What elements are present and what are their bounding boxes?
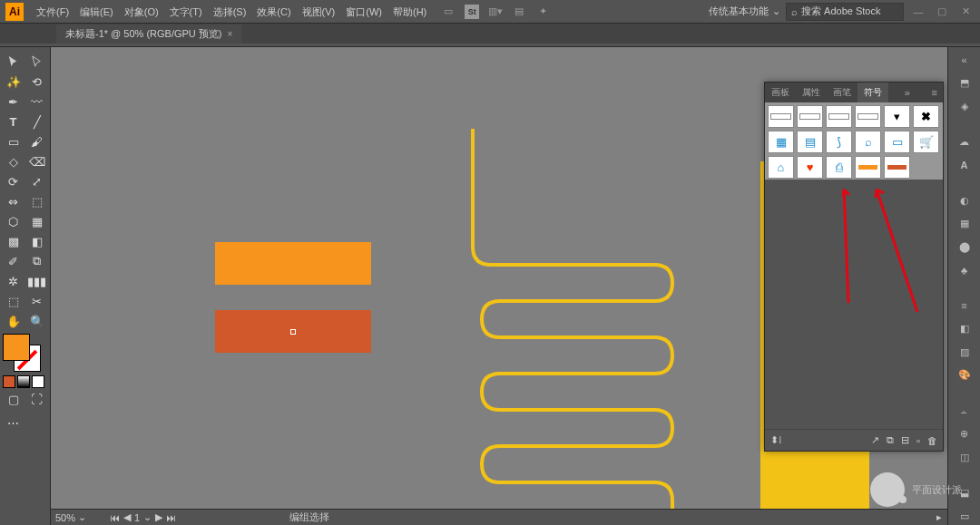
- rocket-icon[interactable]: ✦: [535, 5, 550, 19]
- lasso-tool[interactable]: ⟲: [26, 73, 48, 91]
- blend-tool[interactable]: ⧉: [26, 252, 48, 270]
- close-button[interactable]: ✕: [956, 5, 975, 18]
- color-mode-color[interactable]: [3, 375, 15, 388]
- maximize-button[interactable]: ▢: [933, 5, 951, 18]
- break-link-icon[interactable]: ⧉: [887, 434, 894, 446]
- document-tab[interactable]: 未标题-1* @ 50% (RGB/GPU 预览) ×: [56, 24, 241, 44]
- menu-edit[interactable]: 编辑(E): [74, 0, 119, 24]
- document-setup-icon[interactable]: ▤: [512, 5, 526, 19]
- last-artboard-icon[interactable]: ⏭: [166, 512, 176, 523]
- pathfinder-panel-icon[interactable]: ◫: [953, 449, 976, 467]
- gpu-icon[interactable]: ▭: [441, 5, 456, 19]
- fill-color[interactable]: [3, 334, 30, 361]
- panel-tab-artboards[interactable]: 画板: [765, 83, 796, 102]
- free-transform-tool[interactable]: ⬚: [26, 192, 48, 210]
- line-tool[interactable]: ╱: [26, 112, 48, 131]
- paintbrush-tool[interactable]: 🖌: [26, 132, 48, 151]
- menu-effect[interactable]: 效果(C): [251, 0, 296, 24]
- color-panel-icon[interactable]: 🎨: [953, 366, 976, 384]
- appearance-panel-icon[interactable]: ◐: [953, 191, 976, 209]
- workspace-switcher[interactable]: 传统基本功能⌄: [709, 5, 780, 18]
- gradient-tool[interactable]: ◧: [26, 232, 48, 250]
- eyedropper-tool[interactable]: ✐: [3, 252, 24, 270]
- pen-tool[interactable]: ✒: [3, 92, 24, 111]
- magic-wand-tool[interactable]: ✨: [3, 73, 24, 91]
- symbol-cart-icon[interactable]: 🛒: [913, 131, 939, 153]
- artboard-tool[interactable]: ⬚: [3, 292, 24, 310]
- libraries-panel-icon[interactable]: ☁: [953, 132, 976, 151]
- selection-tool[interactable]: [3, 53, 24, 71]
- panel-menu-icon[interactable]: ≡: [926, 87, 943, 98]
- edit-toolbar[interactable]: ⋯: [3, 410, 24, 435]
- type-tool[interactable]: T: [3, 112, 24, 131]
- transparency-panel-icon[interactable]: ▨: [953, 344, 976, 362]
- swatches-panel-icon[interactable]: ▦: [953, 215, 976, 233]
- stroke-panel-icon[interactable]: ≡: [953, 297, 976, 315]
- new-symbol-icon[interactable]: ▫: [916, 435, 920, 446]
- stock-icon[interactable]: St: [465, 5, 479, 19]
- mesh-tool[interactable]: ▩: [3, 232, 24, 250]
- direct-selection-tool[interactable]: [26, 53, 48, 71]
- menu-select[interactable]: 选择(S): [208, 0, 252, 24]
- symbol-bar-4[interactable]: [855, 105, 881, 128]
- symbol-rss-icon[interactable]: ⟆: [826, 131, 852, 153]
- color-mode-gradient[interactable]: [17, 375, 30, 388]
- zoom-level[interactable]: 50%⌄: [51, 511, 105, 523]
- artboards-panel-icon[interactable]: ▭: [953, 507, 976, 525]
- symbol-grid-icon[interactable]: ▦: [768, 131, 794, 153]
- prev-artboard-icon[interactable]: ◀: [123, 511, 131, 523]
- transform-panel-icon[interactable]: ⊕: [953, 425, 976, 443]
- symbol-bar-2[interactable]: [797, 105, 823, 128]
- next-artboard-icon[interactable]: ▶: [155, 511, 162, 523]
- slice-tool[interactable]: ✂: [26, 292, 48, 310]
- expand-dock-icon[interactable]: «: [953, 51, 976, 69]
- symbol-library-menu-icon[interactable]: ⬍⁞: [770, 434, 782, 446]
- panel-collapse-icon[interactable]: »: [899, 87, 916, 98]
- eraser-tool[interactable]: ⌫: [26, 152, 48, 170]
- menu-file[interactable]: 文件(F): [31, 0, 74, 24]
- menu-window[interactable]: 窗口(W): [340, 0, 387, 24]
- panel-tab-brushes[interactable]: 画笔: [827, 83, 858, 102]
- menu-help[interactable]: 帮助(H): [387, 0, 432, 24]
- symbol-options-icon[interactable]: ⊟: [901, 434, 909, 446]
- menu-view[interactable]: 视图(V): [297, 0, 341, 24]
- symbol-orange-bar[interactable]: [855, 156, 881, 179]
- symbol-dropdown[interactable]: ▾: [884, 105, 910, 128]
- scale-tool[interactable]: ⤢: [26, 172, 48, 190]
- graph-tool[interactable]: ▮▮▮: [26, 272, 48, 290]
- artwork-orange-rect[interactable]: [215, 242, 371, 285]
- delete-symbol-icon[interactable]: 🗑: [927, 435, 937, 446]
- status-menu-icon[interactable]: ▸: [936, 511, 942, 523]
- width-tool[interactable]: ⇔: [3, 192, 24, 210]
- panel-tab-properties[interactable]: 属性: [796, 83, 827, 102]
- minimize-button[interactable]: —: [909, 5, 927, 18]
- align-panel-icon[interactable]: ⫠: [953, 402, 976, 420]
- symbols-panel-icon[interactable]: ♣: [953, 261, 976, 279]
- panel-tab-symbols[interactable]: 符号: [858, 83, 888, 102]
- chevron-down-icon[interactable]: ⌄: [143, 511, 152, 523]
- place-symbol-icon[interactable]: ↗: [871, 434, 879, 446]
- arrange-icon[interactable]: ▥▾: [488, 5, 503, 19]
- shape-builder-tool[interactable]: ⬡: [3, 212, 24, 230]
- curvature-tool[interactable]: 〰: [26, 92, 48, 111]
- first-artboard-icon[interactable]: ⏮: [110, 512, 120, 523]
- brushes-panel-icon[interactable]: ⬤: [953, 238, 976, 256]
- menu-type[interactable]: 文字(T): [164, 0, 208, 24]
- symbol-bar-3[interactable]: [826, 105, 852, 128]
- rectangle-tool[interactable]: ▭: [3, 132, 24, 151]
- properties-panel-icon[interactable]: ⬒: [953, 74, 976, 92]
- shaper-tool[interactable]: ◇: [3, 152, 24, 170]
- symbol-printer-icon[interactable]: ⎙: [826, 156, 852, 179]
- perspective-tool[interactable]: ▦: [26, 212, 48, 230]
- symbol-red-bar[interactable]: [884, 156, 910, 179]
- screen-mode-normal[interactable]: ▢: [3, 390, 24, 408]
- symbol-sprayer-tool[interactable]: ✲: [3, 272, 24, 290]
- symbol-film-icon[interactable]: ▤: [797, 131, 823, 153]
- artboard-navigator[interactable]: ⏮ ◀ 1 ⌄ ▶ ⏭: [105, 511, 181, 523]
- fill-stroke-swatch[interactable]: [3, 334, 41, 372]
- hand-tool[interactable]: ✋: [3, 312, 24, 330]
- search-input[interactable]: ⌕搜索 Adobe Stock: [786, 3, 904, 21]
- zoom-tool[interactable]: 🔍: [26, 312, 48, 330]
- artwork-yellow-path[interactable]: [455, 129, 700, 519]
- symbol-home-icon[interactable]: ⌂: [768, 156, 794, 179]
